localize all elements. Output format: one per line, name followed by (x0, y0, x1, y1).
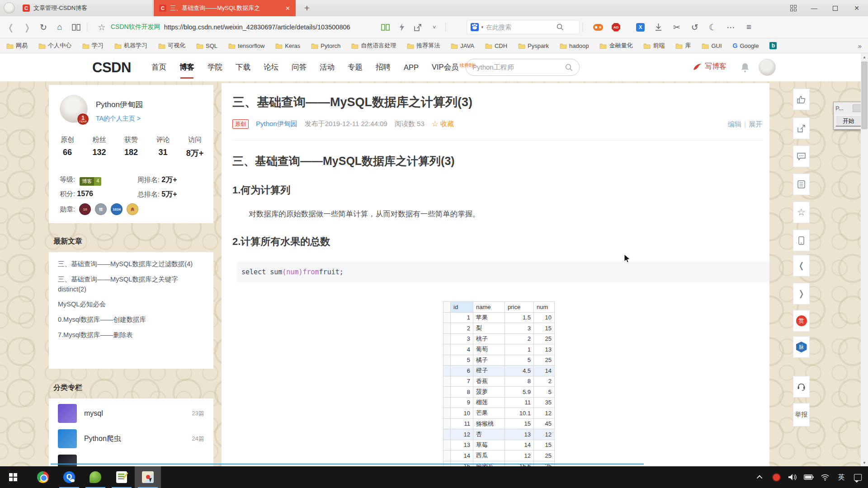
table-row[interactable]: 8菠萝5.95 (443, 387, 555, 398)
reward-button[interactable]: 赏 (793, 310, 810, 332)
taskbar-qq-browser-icon[interactable]: Q (56, 466, 82, 488)
address-bar[interactable]: ☆ CSDN软件开发网 https://blog.csdn.net/weixin… (96, 19, 350, 35)
browser-profile-avatar[interactable] (4, 2, 15, 14)
taskbar-navicat-icon[interactable] (82, 466, 108, 488)
taskbar-recorder-icon[interactable] (135, 466, 161, 488)
nav-item-问答[interactable]: 问答 (292, 53, 307, 81)
blogger-homepage-link[interactable]: TA的个人主页 > (96, 115, 141, 123)
bookmark-item[interactable]: tensorflow (228, 42, 264, 50)
window-close-button[interactable]: ✕ (846, 0, 867, 16)
latest-article-link[interactable]: 0.Mysql数据库——创建数据库 (58, 315, 204, 325)
undo-icon[interactable]: ↺ (687, 19, 703, 35)
share-icon[interactable] (410, 19, 426, 35)
scroll-up-icon[interactable]: ▲ (861, 53, 868, 61)
table-row[interactable]: 4葡萄113 (443, 344, 555, 355)
search-magnifier-icon[interactable] (557, 23, 564, 31)
bookmark-item[interactable]: GUI (702, 42, 722, 50)
wifi-icon[interactable] (820, 470, 830, 484)
bookmark-item[interactable]: 库 (675, 42, 691, 50)
category-item[interactable] (58, 455, 204, 466)
nav-item-论坛[interactable]: 论坛 (264, 53, 278, 81)
url-text[interactable]: https://blog.csdn.net/weixin_42830697/ar… (164, 23, 350, 31)
bookmark-bing[interactable]: b (769, 42, 777, 49)
table-row[interactable]: 11猕猴桃1545 (443, 418, 555, 429)
x-app-icon[interactable]: X (632, 19, 649, 35)
nav-item-首页[interactable]: 首页 (151, 53, 166, 81)
like-button[interactable] (793, 89, 810, 110)
bookmark-item[interactable]: 网易 (6, 42, 28, 50)
adblock-icon[interactable]: AD (608, 19, 624, 35)
more-icon[interactable]: ⋯ (723, 19, 739, 35)
notifications-bell-icon[interactable] (741, 62, 750, 72)
bookmark-item[interactable]: 金融量化 (599, 42, 632, 50)
gamepad-icon[interactable] (590, 19, 606, 35)
bookmark-item[interactable]: 学习 (82, 42, 104, 50)
column-header-num[interactable]: num (534, 302, 555, 313)
author-link[interactable]: Python伊甸园 (256, 120, 297, 128)
bookmark-item[interactable]: 推荐算法 (407, 42, 440, 50)
bookmark-item[interactable]: 可视化 (158, 42, 185, 50)
csdn-search-input[interactable] (472, 64, 565, 71)
browser-tab-active[interactable]: C 三、基础查询——MySQL数据库之 ✕ (154, 0, 296, 16)
input-method-indicator[interactable]: 英 (836, 470, 846, 484)
bookmark-item[interactable]: Keras (275, 42, 300, 50)
nav-item-下载[interactable]: 下载 (236, 53, 250, 81)
action-center-icon[interactable] (853, 470, 863, 484)
edit-link[interactable]: 编辑 (728, 120, 741, 128)
scroll-down-icon[interactable]: ▼ (861, 459, 868, 466)
bookmark-item[interactable]: 前端 (643, 42, 665, 50)
category-item[interactable]: mysql23篇 (58, 404, 204, 423)
maimai-button[interactable]: 脉 (793, 336, 810, 358)
prev-article-button[interactable]: ❬ (793, 255, 810, 277)
nav-item-活动[interactable]: 活动 (320, 53, 335, 81)
bookmark-item[interactable]: Pyspark (518, 42, 549, 50)
toolbar-search-input[interactable] (486, 23, 554, 31)
nav-item-APP[interactable]: APP (404, 53, 419, 81)
engine-dropdown-icon[interactable]: ▾ (481, 25, 484, 29)
nav-item-博客[interactable]: 博客 (179, 53, 194, 81)
category-item[interactable]: Python爬虫24篇 (58, 429, 204, 448)
share-article-button[interactable] (793, 117, 810, 139)
csdn-logo[interactable]: CSDN (92, 60, 131, 76)
reading-list-icon[interactable] (377, 19, 394, 35)
customer-service-button[interactable] (793, 376, 810, 398)
tab-close-icon[interactable]: ✕ (285, 5, 290, 11)
battery-icon[interactable] (804, 470, 814, 484)
start-button[interactable] (0, 466, 26, 488)
csdn-search-box[interactable] (466, 59, 580, 76)
column-header-price[interactable]: price (505, 302, 534, 313)
bookmarks-overflow-icon[interactable]: » (858, 42, 862, 50)
bookmark-item[interactable]: 自然语言处理 (351, 42, 396, 50)
forward-icon[interactable]: ❭ (19, 19, 35, 35)
download-icon[interactable] (651, 19, 667, 35)
catalog-button[interactable] (793, 174, 810, 195)
table-row[interactable]: 9榴莲1135 (443, 397, 555, 408)
back-icon[interactable]: ❬ (3, 19, 19, 35)
home-icon[interactable]: ⌂ (52, 19, 68, 35)
table-row[interactable]: 13草莓1415 (443, 440, 555, 450)
nav-item-专题[interactable]: 专题 (348, 53, 363, 81)
baidu-engine-icon[interactable] (471, 23, 479, 31)
next-article-button[interactable]: ❭ (793, 283, 810, 305)
table-row[interactable]: 14西瓜1225 (443, 450, 555, 461)
recorder-titlebar[interactable]: P... (834, 102, 863, 114)
latest-article-link[interactable]: 7.Mysql数据库——删除表 (58, 330, 204, 340)
star-button[interactable]: ☆ (793, 202, 810, 223)
bookmark-item[interactable]: 个人中心 (38, 42, 71, 50)
lightning-icon[interactable] (394, 19, 410, 35)
sql-code-block[interactable]: select sum(num) from fruit; (237, 262, 769, 282)
bookmark-item[interactable]: SQL (196, 42, 217, 50)
window-maximize-button[interactable] (825, 0, 845, 16)
column-header-id[interactable]: id (451, 302, 473, 313)
vertical-scrollbar[interactable]: ▲ ▼ (861, 53, 868, 466)
window-minimize-button[interactable]: — (804, 0, 825, 16)
tray-expand-icon[interactable] (755, 470, 765, 484)
recording-indicator-icon[interactable] (771, 470, 781, 484)
mobile-view-button[interactable] (793, 230, 810, 251)
table-row[interactable]: 1苹果1.510 (443, 312, 555, 323)
bookmark-item[interactable]: Pytorch (311, 42, 340, 50)
user-avatar[interactable] (759, 59, 776, 76)
table-row[interactable]: 2梨315 (443, 323, 555, 334)
screenshot-scissors-icon[interactable]: ✂ (669, 19, 685, 35)
bookmark-item[interactable]: CDH (485, 42, 507, 50)
